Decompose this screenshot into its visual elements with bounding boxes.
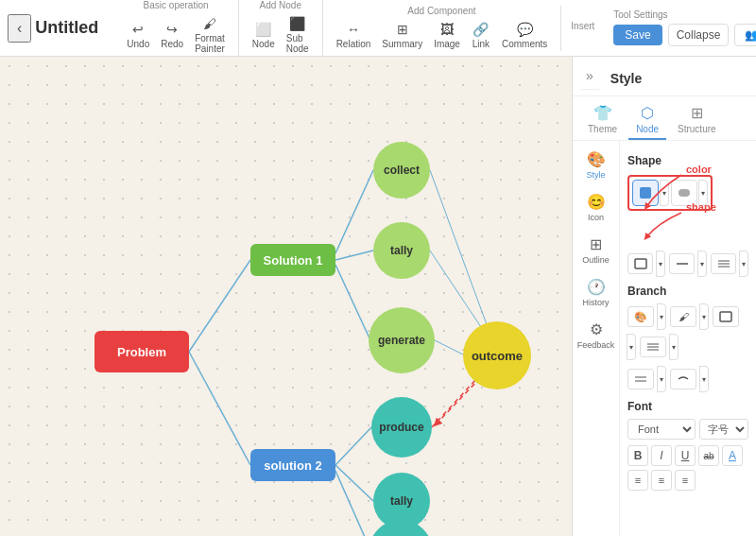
emoji-icon: 😊 (587, 193, 606, 211)
branch-flow-btn[interactable] (670, 369, 696, 389)
back-button[interactable]: ‹ (8, 14, 31, 43)
icon-icon-btn[interactable]: 😊 Icon (573, 187, 619, 228)
branch-row-2: ▾ ▾ (627, 366, 748, 392)
panel-title: Style (599, 63, 653, 90)
branch-align-btn[interactable] (627, 369, 654, 389)
sub-node-button[interactable]: ⬛ Sub Node (283, 14, 313, 56)
annotation-area: color shape (627, 218, 748, 247)
main-area: Problem Solution 1 solution 2 collect ta… (0, 57, 756, 536)
save-button[interactable]: Save (613, 25, 662, 45)
svg-rect-22 (720, 312, 731, 321)
font-row: Font 字号 (627, 419, 748, 440)
branch-rect-btn[interactable] (713, 306, 739, 327)
branch-rect-dropdown[interactable]: ▾ (627, 334, 636, 360)
link-button[interactable]: 🔗 Link (468, 20, 494, 51)
outline-icon-btn[interactable]: ⊞ Outline (573, 230, 619, 270)
bold-btn[interactable]: B (627, 445, 648, 466)
align-center-btn[interactable]: ≡ (651, 470, 672, 491)
image-icon: 🖼 (438, 22, 456, 37)
svg-line-10 (335, 465, 373, 501)
node-solution2[interactable]: solution 2 (250, 449, 335, 481)
branch-align-icon (634, 373, 647, 385)
italic-btn[interactable]: I (651, 445, 672, 466)
add-component-label: Add Component (407, 6, 475, 16)
outline-icon: ⊞ (590, 235, 602, 253)
node-generate1[interactable]: generate (369, 307, 435, 373)
tab-theme[interactable]: 👕 Theme (580, 100, 625, 140)
share-button[interactable]: 👥 Share (734, 24, 756, 46)
node-tab-icon: ⬡ (641, 104, 654, 122)
comments-button[interactable]: 💬 Comments (498, 20, 551, 51)
undo-button[interactable]: ↩ Undo (123, 20, 153, 51)
svg-line-6 (435, 340, 465, 355)
node-solution1[interactable]: Solution 1 (250, 244, 335, 276)
top-bar: ‹ Untitled Basic operation ↩ Undo ↪ Redo… (0, 0, 756, 57)
branch-lines2-dropdown[interactable]: ▾ (669, 334, 679, 360)
branch-paint-btn[interactable]: 🎨 (627, 306, 654, 327)
font-size-select[interactable]: 字号 (699, 419, 748, 440)
redo-icon: ↪ (163, 22, 181, 37)
outline-lines-btn[interactable] (711, 253, 736, 274)
svg-text:color: color (686, 164, 713, 175)
branch-paint-dropdown[interactable]: ▾ (657, 303, 666, 330)
branch-color-btn[interactable]: 🖌 (670, 306, 696, 327)
history-icon: 🕐 (587, 278, 606, 296)
redo-button[interactable]: ↪ Redo (157, 20, 187, 51)
summary-button[interactable]: ⊞ Summary (378, 20, 426, 51)
branch-align-dropdown[interactable]: ▾ (657, 366, 666, 392)
branch-rect-icon (719, 311, 732, 322)
collapse-button[interactable]: Collapse (668, 24, 730, 46)
feedback-icon-btn[interactable]: ⚙ Feedback (573, 315, 619, 355)
branch-title: Branch (627, 285, 748, 298)
svg-line-4 (335, 265, 370, 340)
node-button[interactable]: ⬜ Node (249, 20, 279, 51)
strikethrough-btn[interactable]: ab (698, 445, 719, 466)
image-button[interactable]: 🖼 Image (430, 20, 464, 51)
branch-lines-icon (646, 341, 660, 353)
tool-settings-label: Tool Settings (613, 9, 667, 20)
sub-node-icon: ⬛ (288, 16, 307, 31)
panel-collapse-button[interactable]: » (580, 62, 599, 90)
node-generate2[interactable]: generate (369, 520, 433, 536)
tab-node[interactable]: ⬡ Node (628, 100, 666, 140)
outline-lines-icon (717, 258, 730, 269)
align-left-btn[interactable]: ≡ (627, 470, 648, 491)
branch-color-dropdown[interactable]: ▾ (699, 303, 709, 330)
node-outcome[interactable]: outcome (463, 321, 531, 389)
style-icon: 🎨 (587, 150, 606, 168)
svg-line-9 (335, 427, 371, 465)
add-node-label: Add Node (259, 0, 301, 10)
format-painter-button[interactable]: 🖌 Format Painter (191, 14, 229, 56)
font-select[interactable]: Font (627, 419, 696, 440)
tool-settings-group: Tool Settings Save Collapse 👥 Share 📁 Ex… (604, 9, 756, 46)
style-icon-btn[interactable]: 🎨 Style (573, 145, 619, 185)
node-produce[interactable]: produce (371, 397, 432, 458)
svg-rect-17 (635, 259, 646, 268)
svg-line-1 (189, 352, 250, 465)
underline-btn[interactable]: U (675, 445, 696, 466)
format-painter-icon: 🖌 (200, 16, 219, 31)
node-icon: ⬜ (254, 22, 273, 37)
node-collect[interactable]: collect (373, 142, 430, 199)
font-style-row: B I U ab A (627, 445, 748, 466)
align-right-btn[interactable]: ≡ (675, 470, 696, 491)
branch-flow-dropdown[interactable]: ▾ (699, 366, 709, 392)
app-title: Untitled (31, 18, 113, 38)
right-panel: » Style 👕 Theme ⬡ Node ⊞ Structure 🎨 (572, 57, 756, 536)
relation-button[interactable]: ↔ Relation (333, 20, 375, 51)
font-color-btn[interactable]: A (722, 445, 743, 466)
svg-text:shape: shape (686, 201, 716, 213)
theme-icon: 👕 (593, 104, 612, 122)
branch-lines-btn[interactable] (640, 337, 666, 357)
comments-icon: 💬 (515, 22, 534, 37)
panel-tabs: 👕 Theme ⬡ Node ⊞ Structure (573, 96, 756, 141)
canvas[interactable]: Problem Solution 1 solution 2 collect ta… (0, 57, 572, 536)
panel-content: Shape ▾ ▾ (620, 141, 756, 536)
history-icon-btn[interactable]: 🕐 History (573, 272, 619, 313)
outline-rect-btn[interactable] (627, 253, 653, 274)
node-problem[interactable]: Problem (94, 331, 189, 372)
outline-line-btn[interactable] (669, 253, 695, 274)
tab-structure[interactable]: ⊞ Structure (670, 100, 724, 140)
node-tally1[interactable]: tally (373, 222, 430, 279)
svg-line-11 (335, 471, 371, 536)
